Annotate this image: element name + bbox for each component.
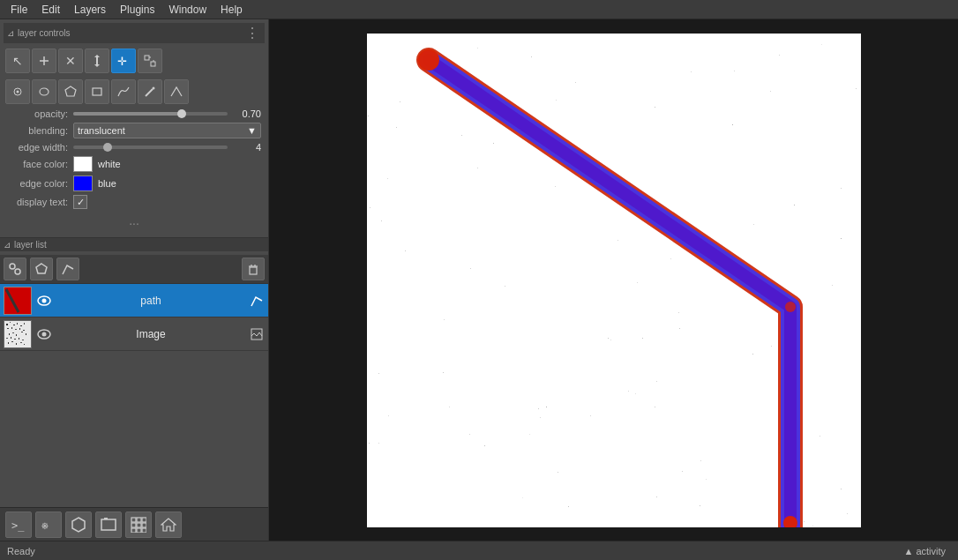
image-type-icon <box>249 326 265 342</box>
svg-rect-2 <box>96 57 98 64</box>
delete-layer-btn[interactable] <box>242 258 265 280</box>
svg-rect-41 <box>6 338 8 339</box>
opacity-row: opacity: 0.70 <box>4 108 265 119</box>
opacity-track[interactable] <box>73 112 228 116</box>
svg-point-23 <box>42 298 47 302</box>
menu-plugins[interactable]: Plugins <box>113 2 161 18</box>
svg-rect-66 <box>137 528 141 533</box>
svg-rect-40 <box>26 333 26 335</box>
path-visibility-btn[interactable] <box>35 292 53 310</box>
new-vector-layer-btn[interactable] <box>56 258 79 280</box>
svg-marker-68 <box>161 519 176 531</box>
ellipse-tool-btn[interactable] <box>32 79 56 104</box>
list-header-left: ⊿ layer list <box>4 240 47 250</box>
svg-point-71 <box>418 49 439 71</box>
svg-point-10 <box>40 88 49 95</box>
dropdown-arrow-icon: ▼ <box>247 125 257 136</box>
svg-rect-27 <box>13 325 15 325</box>
pan-tool-btn[interactable]: ✛ <box>111 49 136 73</box>
rect-tool-btn[interactable] <box>85 79 109 104</box>
opacity-thumb[interactable] <box>177 109 186 118</box>
svg-rect-64 <box>142 523 146 527</box>
display-text-label: display text: <box>7 197 73 207</box>
svg-rect-60 <box>137 518 141 522</box>
edge-width-track[interactable] <box>73 146 228 149</box>
blending-select[interactable]: translucent ▼ <box>73 123 261 138</box>
svg-rect-63 <box>137 523 141 527</box>
left-panel: ⊿ layer controls ⋮ ↖ ✕ ✛ <box>0 19 269 541</box>
canvas-area[interactable] <box>269 19 958 541</box>
menu-file[interactable]: File <box>4 2 34 18</box>
activity-button[interactable]: ▲ activity <box>898 544 951 558</box>
edge-width-label: edge width: <box>7 142 73 153</box>
add-tool-btn[interactable] <box>32 49 56 73</box>
collapse-icon[interactable]: ⊿ <box>7 28 14 38</box>
tool-row-2 <box>4 78 265 106</box>
svg-rect-57 <box>101 519 116 530</box>
svg-rect-37 <box>12 332 14 333</box>
face-color-swatch[interactable] <box>73 156 93 172</box>
header-left: ⊿ layer controls <box>7 28 70 38</box>
image-layer-name: Image <box>56 328 245 340</box>
svg-rect-48 <box>16 343 17 345</box>
panel-options-icon[interactable]: ⋮ <box>245 25 258 41</box>
svg-rect-31 <box>7 328 9 329</box>
status-ready: Ready <box>7 546 35 556</box>
console-button[interactable]: >_ <box>5 511 32 538</box>
opacity-slider-container: 0.70 <box>73 108 261 119</box>
more-options-dots[interactable]: ··· <box>4 213 265 234</box>
path-type-icon <box>249 293 265 309</box>
select-tool-btn[interactable]: ↖ <box>5 49 30 73</box>
svg-rect-46 <box>8 342 9 344</box>
menu-layers[interactable]: Layers <box>67 2 113 18</box>
layer-list-header: ⊿ layer list <box>0 238 268 251</box>
svg-rect-42 <box>11 337 11 339</box>
plugin1-button[interactable]: ⎈ <box>35 511 62 538</box>
svg-rect-4 <box>145 56 149 60</box>
svg-marker-56 <box>72 518 85 532</box>
freehand-tool-btn[interactable] <box>111 79 136 104</box>
home-button[interactable] <box>155 511 182 538</box>
edge-color-swatch[interactable] <box>73 175 93 191</box>
grid-button[interactable] <box>125 511 152 538</box>
paint-tool-btn[interactable] <box>138 79 162 104</box>
edge-width-thumb[interactable] <box>103 143 112 152</box>
layer-item-image[interactable]: Image <box>0 317 268 351</box>
point-tool-btn[interactable] <box>5 79 30 104</box>
screenshot-button[interactable] <box>95 511 122 538</box>
svg-rect-29 <box>20 325 22 326</box>
svg-marker-17 <box>36 264 47 273</box>
svg-rect-5 <box>151 62 155 66</box>
remove-tool-btn[interactable]: ✕ <box>58 49 83 73</box>
plugin2-button[interactable] <box>65 511 92 538</box>
svg-text:✛: ✛ <box>117 55 127 68</box>
polygon-tool-btn[interactable] <box>58 79 83 104</box>
image-visibility-btn[interactable] <box>35 325 53 343</box>
svg-marker-1 <box>94 64 100 67</box>
display-text-checkbox[interactable]: ✓ <box>73 195 87 209</box>
menu-help[interactable]: Help <box>213 2 250 18</box>
opacity-fill <box>73 112 182 116</box>
path-layer-name: path <box>56 295 245 307</box>
face-color-name: white <box>98 159 121 169</box>
transform-tool-btn[interactable] <box>138 49 162 73</box>
new-points-layer-btn[interactable] <box>4 258 26 280</box>
svg-rect-61 <box>142 518 146 522</box>
svg-point-16 <box>15 269 20 274</box>
menu-edit[interactable]: Edit <box>34 2 67 18</box>
svg-point-9 <box>17 91 19 93</box>
vertex-tool-btn[interactable] <box>164 79 189 104</box>
svg-rect-59 <box>131 518 136 522</box>
move-tool-btn[interactable] <box>85 49 109 73</box>
blending-value: translucent <box>78 125 125 136</box>
svg-rect-28 <box>17 323 18 325</box>
svg-rect-47 <box>11 341 13 342</box>
svg-text:>_: >_ <box>11 519 25 532</box>
blending-label: blending: <box>7 125 73 136</box>
list-collapse-icon[interactable]: ⊿ <box>4 240 11 250</box>
svg-rect-34 <box>19 328 20 330</box>
edge-color-label: edge color: <box>7 178 73 189</box>
new-shape-layer-btn[interactable] <box>30 258 53 280</box>
layer-item-path[interactable]: path <box>0 284 268 317</box>
menu-window[interactable]: Window <box>161 2 213 18</box>
